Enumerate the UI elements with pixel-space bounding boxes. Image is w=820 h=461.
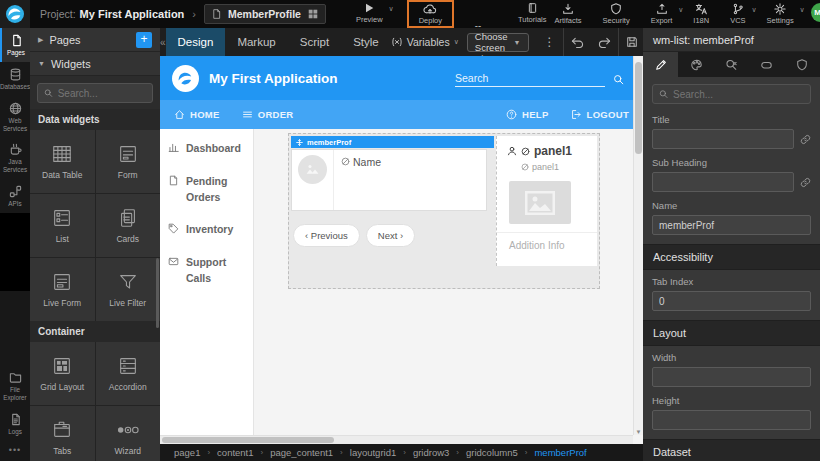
nav-item-logout[interactable]: LOGOUT <box>571 109 629 120</box>
app-search[interactable] <box>455 70 631 87</box>
menu-item-support-calls[interactable]: Support Calls <box>168 255 245 287</box>
tab-properties[interactable] <box>643 52 678 77</box>
widget-search-box[interactable] <box>37 83 153 103</box>
bind-link-icon[interactable] <box>800 134 811 145</box>
section-layout[interactable]: Layout <box>643 320 820 346</box>
breadcrumb-page1[interactable]: page1 <box>174 447 200 458</box>
more-menu-button[interactable]: ⋮ <box>537 28 563 56</box>
tab-style[interactable]: Style <box>341 28 391 56</box>
bind-link-icon[interactable] <box>800 177 811 188</box>
page-selector[interactable]: MemberProfile <box>204 4 326 24</box>
next-page-button[interactable]: Next › <box>366 224 415 247</box>
breadcrumb-gridcolumn5[interactable]: gridcolumn5 <box>466 447 518 458</box>
settings-button[interactable]: Settings ∨ <box>763 1 798 27</box>
tab-events[interactable] <box>714 52 749 77</box>
list-widget-selection-bar[interactable]: memberProf <box>291 136 494 148</box>
list-item-template[interactable]: Name <box>291 149 487 211</box>
rail-item-file-explorer[interactable]: File Explorer <box>0 365 30 407</box>
tab-security[interactable] <box>785 52 820 77</box>
add-page-button[interactable]: + <box>136 32 152 48</box>
list-item-name[interactable]: Name <box>334 150 381 210</box>
pages-accordion-header[interactable]: ▶ Pages + <box>30 28 160 52</box>
undo-button[interactable] <box>564 28 591 56</box>
export-button[interactable]: Export ∨ <box>647 1 677 27</box>
tabindex-input[interactable] <box>652 291 811 311</box>
scroll-down-icon[interactable]: ▼ <box>634 429 643 435</box>
title-input[interactable] <box>652 129 794 149</box>
section-dataset[interactable]: Dataset <box>643 439 820 461</box>
breadcrumb-page-content1[interactable]: page_content1 <box>270 447 333 458</box>
app-search-input[interactable] <box>455 70 605 87</box>
tab-markup[interactable]: Markup <box>225 28 287 56</box>
rail-item-apis[interactable]: APIs <box>0 179 30 213</box>
menu-item-dashboard[interactable]: Dashboard <box>168 141 245 157</box>
panel1-addition-info[interactable]: Addition Info <box>507 233 597 251</box>
panel1-subheading[interactable]: panel1 <box>521 162 597 172</box>
name-input[interactable] <box>652 215 811 235</box>
app-title: My First Application <box>209 71 338 86</box>
tab-design[interactable]: Design <box>166 28 226 56</box>
widget-tile-form[interactable]: Form <box>96 130 161 193</box>
screen-size-select[interactable]: -- Choose Screen Size -- ▼ <box>467 33 529 52</box>
widget-tile-live-form[interactable]: Live Form <box>30 258 95 321</box>
widget-tile-wizard[interactable]: Wizard <box>96 406 161 461</box>
redo-button[interactable] <box>591 28 618 56</box>
scrollbar-thumb[interactable] <box>162 437 334 443</box>
widget-search-input[interactable] <box>58 88 146 99</box>
panel1-image-placeholder[interactable] <box>509 181 571 224</box>
breadcrumb-gridrow3[interactable]: gridrow3 <box>413 447 449 458</box>
previous-page-button[interactable]: ‹ Previous <box>293 224 360 247</box>
save-button[interactable] <box>619 28 645 56</box>
canvas-vertical-scrollbar[interactable]: ▼ <box>633 56 643 435</box>
widget-tile-tabs[interactable]: Tabs <box>30 406 95 461</box>
tab-script[interactable]: Script <box>288 28 341 56</box>
subheading-input[interactable] <box>652 172 794 192</box>
properties-search-box[interactable] <box>652 84 811 104</box>
tutorials-button[interactable]: Tutorials <box>514 0 550 26</box>
search-icon[interactable] <box>613 74 624 85</box>
nav-item-help[interactable]: HELP <box>506 109 549 120</box>
breadcrumb-content1[interactable]: content1 <box>217 447 253 458</box>
breadcrumb-memberprof[interactable]: memberProf <box>534 447 586 458</box>
i18n-button[interactable]: I18N <box>689 1 713 27</box>
left-panel-scrollbar[interactable] <box>156 258 159 328</box>
layout-grid-column[interactable]: memberProf <box>288 133 600 289</box>
widget-tile-data-table[interactable]: Data Table <box>30 130 95 193</box>
breadcrumb-layoutgrid1[interactable]: layoutgrid1 <box>350 447 396 458</box>
tab-devices[interactable] <box>749 52 784 77</box>
rail-item-pages[interactable]: Pages <box>0 28 30 62</box>
properties-search-input[interactable] <box>673 89 804 100</box>
menu-item-inventory[interactable]: Inventory <box>168 222 245 238</box>
variables-dropdown[interactable]: Variables ∨ <box>391 36 459 48</box>
height-input[interactable] <box>652 410 811 430</box>
panel1-widget[interactable]: panel1 panel1 <box>496 136 597 266</box>
section-accessibility[interactable]: Accessibility <box>643 244 820 270</box>
scrollbar-thumb[interactable] <box>635 62 642 154</box>
nav-item-order[interactable]: ORDER <box>242 109 294 120</box>
deploy-button[interactable]: Deploy <box>407 0 454 28</box>
wavemaker-logo[interactable] <box>0 0 30 28</box>
nav-item-home[interactable]: HOME <box>174 109 220 120</box>
rail-item-java-services[interactable]: Java Services <box>0 137 30 179</box>
canvas-horizontal-scrollbar[interactable] <box>160 435 633 444</box>
widget-tile-live-filter[interactable]: Live Filter <box>96 258 161 321</box>
menu-item-pending-orders[interactable]: Pending Orders <box>168 174 245 206</box>
preview-button[interactable]: Preview ∨ <box>352 0 387 26</box>
widget-tile-accordion[interactable]: Accordion <box>96 342 161 405</box>
user-avatar[interactable]: MP <box>811 3 820 22</box>
widgets-accordion-header[interactable]: ▼ Widgets <box>30 52 160 76</box>
width-input[interactable] <box>652 367 811 387</box>
more-options-icon[interactable]: ••• <box>0 441 30 461</box>
widget-tile-cards[interactable]: Cards <box>96 194 161 257</box>
artifacts-button[interactable]: Artifacts <box>550 1 585 27</box>
rail-item-databases[interactable]: Databases <box>0 62 30 96</box>
rail-item-web-services[interactable]: Web Services <box>0 96 30 138</box>
tab-styles[interactable] <box>678 52 713 77</box>
widget-tile-grid-layout[interactable]: Grid Layout <box>30 342 95 405</box>
vcs-button[interactable]: VCS ∨ <box>726 1 749 27</box>
rail-item-logs[interactable]: Logs <box>0 407 30 441</box>
panel1-header[interactable]: panel1 <box>507 144 597 158</box>
rail-label: File Explorer <box>0 386 30 402</box>
security-button[interactable]: Security <box>599 1 634 27</box>
widget-tile-list[interactable]: List <box>30 194 95 257</box>
